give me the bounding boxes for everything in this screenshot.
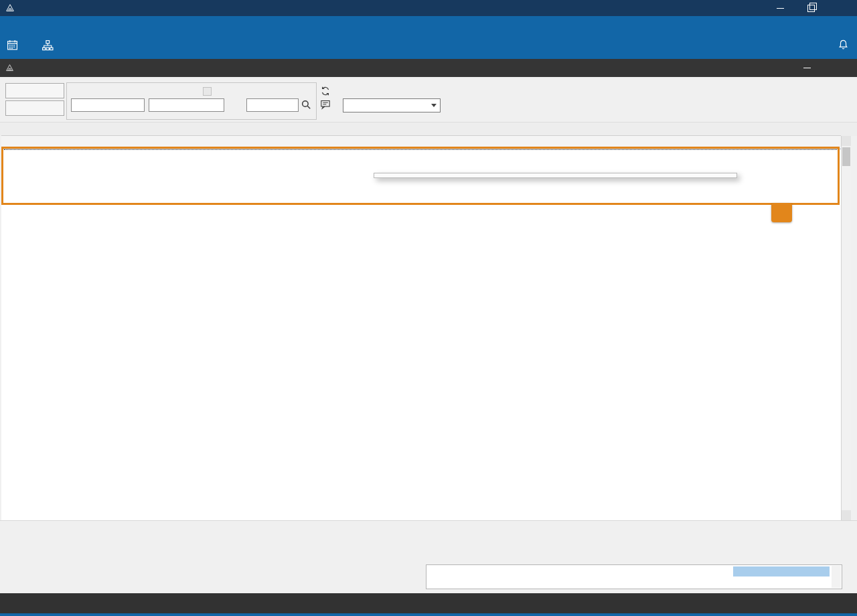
movement-textbox[interactable]	[426, 564, 842, 589]
movement-selection	[733, 566, 830, 576]
agenda-close-icon[interactable]	[824, 59, 857, 77]
callout-step-1	[771, 203, 792, 222]
scroll-up-icon[interactable]	[842, 136, 851, 146]
cadastrar-button[interactable]	[5, 100, 64, 116]
close-icon[interactable]	[826, 0, 857, 16]
menubar	[0, 16, 857, 31]
titlebar	[0, 0, 857, 16]
saj-procuradorias-window	[0, 0, 857, 616]
workflow-toolbar-button[interactable]	[42, 40, 60, 51]
descricao-input[interactable]	[71, 98, 145, 112]
scroll-down-icon[interactable]	[842, 510, 851, 520]
outro-numero-input[interactable]	[246, 98, 299, 112]
comment-icon[interactable]	[320, 99, 331, 110]
calendar-icon	[7, 40, 18, 51]
pendencias-grid	[1, 135, 841, 521]
pesquisar-button[interactable]	[5, 83, 64, 98]
select-caret-icon	[431, 104, 437, 107]
group-by-bar[interactable]	[0, 122, 857, 136]
notifications-bell-icon[interactable]	[838, 39, 849, 51]
refresh-icon[interactable]	[320, 86, 331, 96]
bottom-button-bar	[0, 593, 857, 613]
search-icon[interactable]	[301, 99, 312, 110]
context-menu	[374, 173, 737, 178]
scrollbar-thumb[interactable]	[842, 147, 850, 166]
agenda-toolbar-button[interactable]	[7, 40, 24, 51]
restore-icon[interactable]	[795, 0, 826, 16]
main-toolbar	[0, 31, 857, 59]
minimize-icon[interactable]	[765, 0, 795, 16]
movement-scrollbar[interactable]	[832, 566, 841, 588]
estilo-consulta-select[interactable]	[343, 98, 441, 112]
grid-header	[1, 136, 841, 149]
grid-scrollbar[interactable]	[841, 136, 851, 520]
saj-logo-icon	[5, 3, 15, 13]
workflow-icon	[42, 40, 54, 51]
nosso-numero-input[interactable]	[149, 98, 224, 112]
filter-area	[0, 77, 857, 122]
agenda-window-titlebar	[0, 59, 857, 77]
window-bottom-border	[0, 613, 857, 616]
agenda-window-icon	[5, 64, 14, 72]
agenda-minimize-icon[interactable]	[790, 59, 824, 77]
info-icon	[203, 87, 212, 96]
footer-info-panel	[0, 520, 857, 594]
